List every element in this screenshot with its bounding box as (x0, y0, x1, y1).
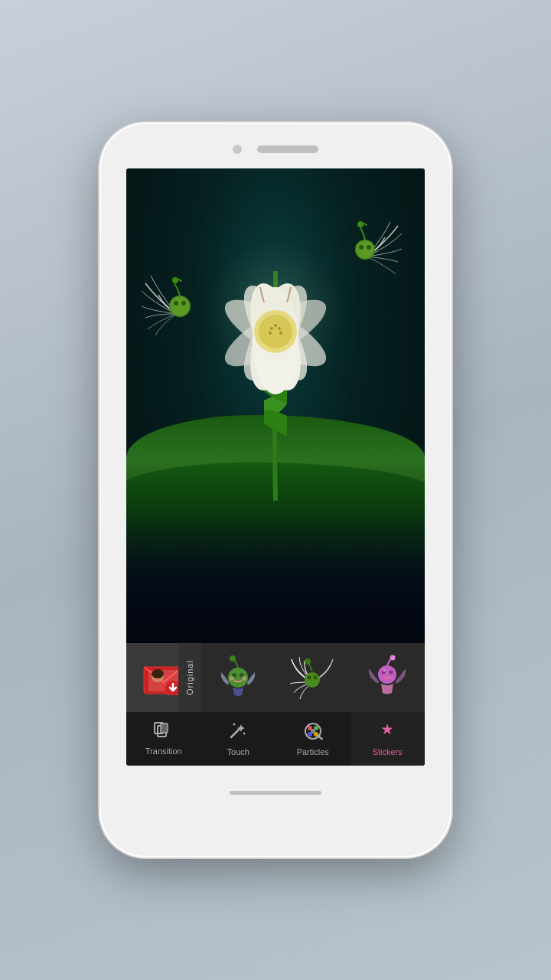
svg-point-13 (270, 327, 273, 330)
tray-item-fairy1[interactable] (201, 643, 276, 712)
sticker-tray: Original (126, 643, 425, 712)
svg-rect-54 (161, 724, 168, 733)
svg-point-63 (311, 729, 315, 733)
svg-point-16 (269, 332, 272, 335)
toolbar: Original (126, 643, 425, 766)
svg-point-41 (242, 676, 246, 681)
particles-icon (303, 721, 323, 744)
fairy-sticker-1 (214, 653, 263, 703)
camera-dot (233, 145, 242, 154)
fairy-sticker-3 (363, 653, 412, 703)
svg-point-19 (171, 297, 189, 315)
svg-point-44 (308, 675, 311, 679)
speaker-grille (257, 145, 318, 153)
svg-point-25 (359, 245, 364, 250)
svg-point-17 (279, 332, 282, 335)
svg-point-35 (155, 675, 157, 678)
svg-point-47 (378, 665, 396, 684)
svg-point-57 (243, 733, 246, 735)
svg-point-42 (230, 655, 236, 662)
phone-frame: Original (99, 122, 452, 858)
phone-bottom-bar (230, 766, 321, 819)
stickers-icon (378, 721, 396, 744)
image-area (126, 168, 425, 643)
nav-particles[interactable]: Particles (276, 712, 350, 766)
svg-point-45 (314, 675, 318, 679)
svg-point-12 (259, 315, 292, 348)
tray-item-download[interactable]: Original (126, 643, 201, 712)
nav-transition-label: Transition (145, 746, 182, 756)
tray-item-fairy3[interactable] (350, 643, 425, 712)
svg-point-27 (357, 221, 364, 227)
tray-item-fairy2[interactable] (276, 643, 350, 712)
nav-stickers[interactable]: Stickers (350, 712, 425, 766)
original-label: Original (178, 643, 201, 712)
svg-point-49 (389, 670, 393, 674)
svg-point-26 (367, 245, 371, 250)
nav-touch[interactable]: Touch (201, 712, 276, 766)
svg-point-21 (181, 301, 186, 305)
svg-point-14 (278, 327, 281, 330)
transition-icon (154, 722, 174, 743)
svg-point-40 (230, 676, 234, 681)
phone-screen: Original (126, 168, 425, 766)
bottom-nav: Transition Touch (126, 712, 425, 766)
svg-point-36 (159, 675, 161, 678)
nav-transition[interactable]: Transition (126, 712, 201, 766)
nav-touch-label: Touch (227, 747, 249, 756)
fairy-left (142, 268, 210, 345)
svg-point-43 (305, 672, 320, 688)
fairy-right (341, 214, 402, 283)
svg-point-15 (274, 324, 277, 327)
touch-icon (229, 721, 247, 744)
svg-point-24 (357, 241, 373, 258)
svg-point-51 (383, 669, 386, 672)
svg-point-56 (233, 724, 236, 726)
lotus-flower (199, 249, 352, 402)
svg-point-22 (172, 277, 178, 283)
svg-point-20 (174, 301, 178, 305)
nav-stickers-label: Stickers (373, 747, 403, 756)
nav-particles-label: Particles (297, 747, 329, 756)
svg-line-64 (318, 736, 323, 740)
svg-point-46 (305, 658, 311, 665)
fairy-sticker-2 (288, 653, 337, 703)
svg-point-34 (152, 669, 164, 678)
home-indicator (230, 791, 321, 795)
phone-top-bar (99, 122, 452, 168)
svg-point-50 (390, 655, 395, 660)
svg-line-55 (231, 729, 240, 737)
